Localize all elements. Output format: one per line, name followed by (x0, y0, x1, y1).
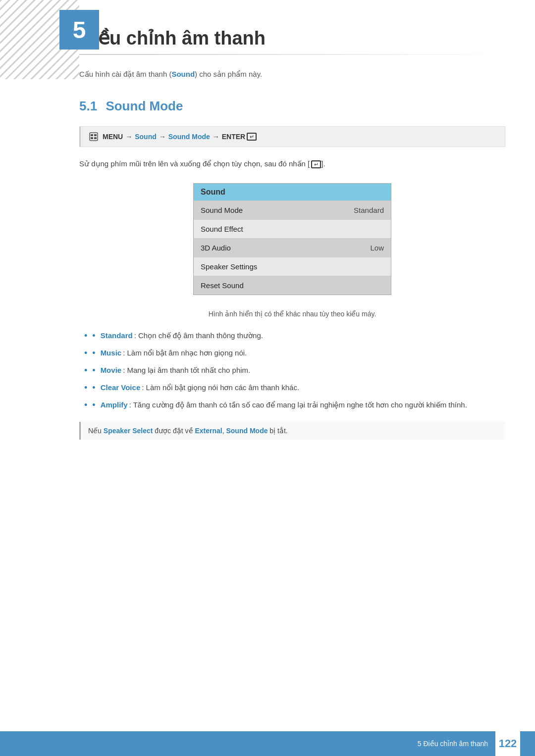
svg-rect-5 (91, 137, 93, 139)
sound-label: Sound (135, 133, 157, 141)
text-music: : Làm nổi bật âm nhạc hơn giọng nói. (123, 349, 247, 357)
enter-icon-desc (311, 160, 321, 168)
desc-main: Sử dụng phím mũi trên lên và xuống để ch… (79, 159, 310, 168)
sound-menu-item-reset-sound[interactable]: Reset Sound (194, 276, 391, 295)
item-label-reset-sound: Reset Sound (201, 281, 244, 290)
text-clear-voice: : Làm nổi bật giọng nói hơn các âm thanh… (142, 383, 299, 392)
sound-menu-container: Sound Sound Mode Standard Sound Effect 3… (79, 183, 505, 295)
arrow3: → (213, 133, 219, 141)
section-number: 5.1 (79, 99, 97, 113)
note-suffix: bị tắt. (268, 427, 287, 435)
chapter-subtitle: Cấu hình cài đặt âm thanh (Sound) cho sả… (79, 70, 505, 79)
sound-menu-item-3d-audio[interactable]: 3D Audio Low (194, 238, 391, 257)
sound-menu-item-sound-effect[interactable]: Sound Effect (194, 219, 391, 238)
svg-rect-4 (94, 134, 97, 136)
text-movie: : Mang lại âm thanh tốt nhất cho phim. (123, 366, 250, 374)
list-item-text: Clear Voice: Làm nổi bật giọng nói hơn c… (101, 382, 299, 394)
sound-menu-item-sound-mode[interactable]: Sound Mode Standard (194, 201, 391, 219)
enter-label: ENTER (222, 133, 245, 141)
list-item-music: • Music: Làm nổi bật âm nhạc hơn giọng n… (84, 348, 505, 360)
subtitle-highlight: Sound (171, 70, 195, 78)
sound-menu-item-speaker-settings[interactable]: Speaker Settings (194, 257, 391, 276)
bullet-dot: • (92, 381, 95, 395)
svg-rect-2 (90, 133, 98, 141)
item-label-sound-mode: Sound Mode (201, 206, 243, 214)
enter-icon (247, 133, 257, 141)
section-heading: 5.1 Sound Mode (79, 99, 505, 114)
term-clear-voice: Clear Voice (101, 383, 141, 392)
section-title: Sound Mode (106, 99, 183, 113)
item-label-3d-audio: 3D Audio (201, 244, 231, 252)
list-item-text: Movie: Mang lại âm thanh tốt nhất cho ph… (101, 365, 251, 376)
desc-end: ]. (321, 159, 325, 168)
menu-icon (89, 132, 99, 142)
svg-rect-6 (94, 137, 97, 139)
note-term1: Speaker Select (104, 427, 153, 435)
sound-mode-label: Sound Mode (168, 133, 210, 141)
note-prefix: Nếu (88, 427, 104, 435)
main-content: Điều chỉnh âm thanh Cấu hình cài đặt âm … (79, 0, 505, 440)
chapter-number: 5 (73, 16, 86, 44)
bullet-list: • Standard: Chọn chế độ âm thanh thông t… (79, 330, 505, 412)
footer: 5 Điều chỉnh âm thanh 122 (0, 731, 535, 756)
note-box: Nếu Speaker Select được đặt về External,… (79, 422, 505, 440)
item-label-sound-effect: Sound Effect (201, 225, 243, 233)
svg-rect-3 (91, 134, 93, 136)
image-caption: Hình ảnh hiển thị có thể khác nhau tùy t… (79, 310, 505, 318)
sound-menu-title: Sound (194, 184, 391, 201)
list-item-amplify: • Amplify: Tăng cường độ âm thanh có tần… (84, 400, 505, 412)
subtitle-end: ) cho sản phẩm này. (195, 70, 262, 78)
footer-text: 5 Điều chỉnh âm thanh (418, 740, 488, 748)
bullet-dot: • (92, 399, 95, 412)
text-standard: : Chọn chế độ âm thanh thông thường. (134, 331, 263, 340)
item-value-3d-audio: Low (370, 244, 384, 252)
description-text: Sử dụng phím mũi trên lên và xuống để ch… (79, 159, 505, 168)
menu-path: MENU → Sound → Sound Mode → ENTER (79, 126, 505, 147)
chapter-number-box: 5 (59, 10, 99, 50)
item-value-sound-mode: Standard (354, 206, 384, 214)
note-term2: External (195, 427, 222, 435)
menu-label: MENU (103, 133, 123, 141)
list-item-text: Music: Làm nổi bật âm nhạc hơn giọng nói… (101, 348, 247, 359)
item-label-speaker-settings: Speaker Settings (201, 262, 257, 271)
list-item-standard: • Standard: Chọn chế độ âm thanh thông t… (84, 330, 505, 343)
bullet-dot: • (92, 364, 95, 377)
text-amplify: : Tăng cường độ âm thanh có tần số cao đ… (129, 401, 467, 409)
page-title: Điều chỉnh âm thanh (79, 22, 505, 49)
subtitle-text: Cấu hình cài đặt âm thanh ( (79, 70, 171, 78)
bullet-dot: • (92, 329, 95, 343)
footer-page-number: 122 (495, 731, 520, 756)
term-amplify: Amplify (101, 401, 128, 409)
term-standard: Standard (101, 331, 133, 340)
list-item-text: Standard: Chọn chế độ âm thanh thông thư… (101, 330, 263, 342)
list-item-movie: • Movie: Mang lại âm thanh tốt nhất cho … (84, 365, 505, 377)
list-item-text: Amplify: Tăng cường độ âm thanh có tần s… (101, 400, 467, 411)
title-divider (79, 54, 505, 55)
arrow2: → (159, 133, 166, 141)
note-term3: Sound Mode (226, 427, 268, 435)
note-mid1: được đặt về (153, 427, 195, 435)
list-item-clear-voice: • Clear Voice: Làm nổi bật giọng nói hơn… (84, 382, 505, 395)
sound-menu: Sound Sound Mode Standard Sound Effect 3… (193, 183, 391, 295)
arrow1: → (125, 133, 132, 141)
term-movie: Movie (101, 366, 122, 374)
term-music: Music (101, 349, 122, 357)
bullet-dot: • (92, 347, 95, 360)
